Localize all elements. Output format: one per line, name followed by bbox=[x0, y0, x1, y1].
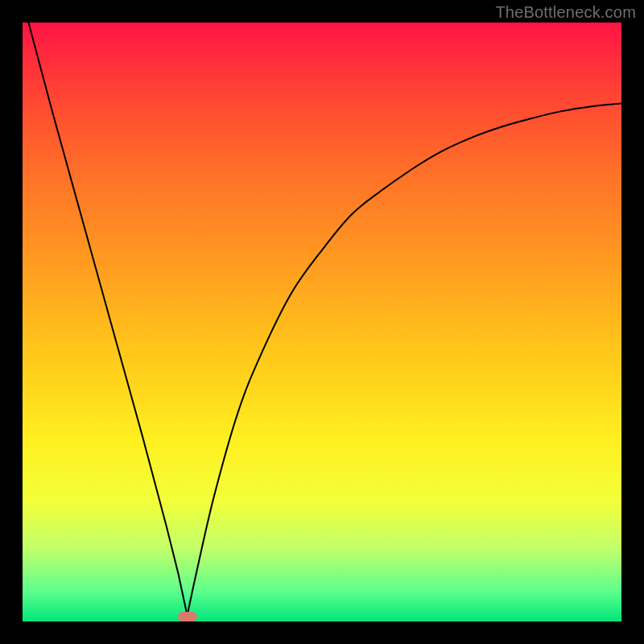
chart-plot-area bbox=[23, 23, 621, 621]
chart-svg bbox=[23, 23, 621, 621]
chart-frame: TheBottleneck.com bbox=[0, 0, 644, 644]
min-marker bbox=[178, 612, 197, 621]
watermark-text: TheBottleneck.com bbox=[495, 3, 636, 22]
curve-left bbox=[28, 23, 187, 616]
curve-right bbox=[188, 103, 621, 615]
